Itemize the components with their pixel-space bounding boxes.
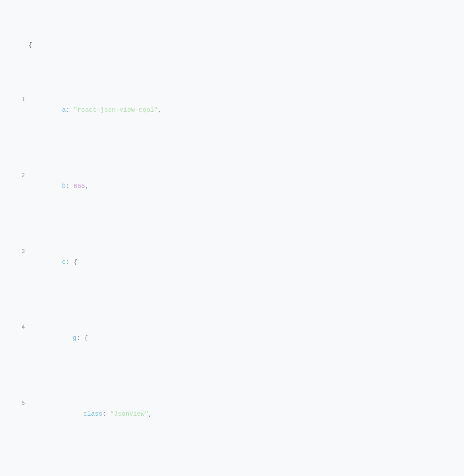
open-brace: { (28, 40, 453, 51)
key-c: c (62, 259, 66, 266)
line-4: 4 g: { (11, 322, 453, 354)
line-num: 6 (11, 475, 28, 476)
val-class: "JsonView" (110, 410, 148, 417)
key-a: a (62, 106, 66, 114)
val-a: "react-json-view-cool" (73, 106, 158, 114)
line-content: c: { (28, 246, 453, 278)
line-num: 4 (11, 323, 28, 332)
line-3: 3 c: { (11, 246, 453, 278)
line-1: 1 a: "react-json-view-cool", (11, 94, 453, 127)
line-num: 5 (11, 399, 28, 408)
key-b: b (62, 183, 66, 190)
line-open-brace: { (11, 40, 453, 51)
val-b: 666 (73, 183, 85, 190)
line-num: 2 (11, 171, 28, 181)
json-viewer: { 1 a: "react-json-view-cool", 2 b: 666,… (11, 7, 453, 476)
key-class: class (83, 410, 103, 417)
key-g: g (73, 334, 77, 342)
line-2: 2 b: 666, (11, 170, 453, 203)
line-content: g: { (28, 322, 453, 354)
line-num: 3 (11, 247, 28, 256)
line-num: 1 (11, 95, 28, 105)
line-content: b: 666, (28, 170, 453, 203)
line-5: 5 class: "JsonView", (11, 398, 453, 430)
line-content: class: "JsonView", (28, 398, 453, 430)
line-6: 6 home: "China ❤️ ShenZhen", (11, 474, 453, 476)
line-content: home: "China ❤️ ShenZhen", (28, 474, 453, 476)
line-content: a: "react-json-view-cool", (28, 94, 453, 127)
